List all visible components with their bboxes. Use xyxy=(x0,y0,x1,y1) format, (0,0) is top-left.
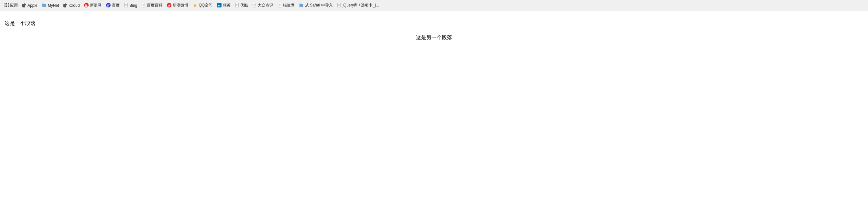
bookmark-baidu-label: 百度 xyxy=(112,3,120,8)
bookmark-jquery[interactable]: jQuery库 / 选项卡_j... xyxy=(335,2,381,9)
svg-text:博: 博 xyxy=(168,4,170,6)
bookmark-dianping-label: 大众点评 xyxy=(258,3,273,8)
bookmark-mynet-label: MyNet xyxy=(48,3,59,8)
bookmark-linkedin[interactable]: in 领英 xyxy=(215,2,232,9)
bookmark-qq-label: QQ空间 xyxy=(198,3,213,8)
svg-rect-5 xyxy=(8,4,9,5)
svg-rect-7 xyxy=(6,6,7,7)
bookmark-baidu[interactable]: 百 百度 xyxy=(104,2,122,9)
svg-rect-0 xyxy=(4,3,5,4)
bookmarks-bar: 应用 Apple MyNet iCloud xyxy=(0,0,868,11)
bookmark-apps[interactable]: 应用 xyxy=(3,2,20,9)
bookmark-mynet[interactable]: MyNet xyxy=(40,2,61,9)
apple-icon xyxy=(22,3,26,8)
bookmark-weibo[interactable]: 博 新浪微博 xyxy=(165,2,190,9)
apple-icloud-icon xyxy=(63,3,67,8)
svg-rect-30 xyxy=(253,3,256,7)
svg-text:in: in xyxy=(218,4,221,7)
svg-rect-2 xyxy=(8,3,9,4)
svg-rect-34 xyxy=(278,3,281,7)
doc-miaotu-icon xyxy=(278,3,282,8)
svg-text:微: 微 xyxy=(85,4,88,7)
paragraph-2: 这是另一个段落 xyxy=(416,34,452,41)
bookmark-youku[interactable]: 优酷 xyxy=(233,2,250,9)
bookmark-apps-label: 应用 xyxy=(10,3,18,8)
doc-dianping-icon xyxy=(253,3,256,8)
page-content: 这是一个段落 这是另一个段落 xyxy=(0,11,868,211)
svg-rect-26 xyxy=(236,3,238,7)
svg-rect-4 xyxy=(6,4,7,5)
doc-jquery-icon xyxy=(337,3,341,8)
svg-rect-17 xyxy=(142,3,145,7)
bookmark-miaotu-label: 猫途鹰 xyxy=(283,3,294,8)
bookmark-bing[interactable]: Bing xyxy=(122,2,139,9)
bookmark-miaotu[interactable]: 猫途鹰 xyxy=(276,2,297,9)
svg-rect-3 xyxy=(4,4,5,5)
doc-youku-icon xyxy=(235,3,239,8)
bookmark-icloud[interactable]: iCloud xyxy=(61,2,82,9)
svg-marker-23 xyxy=(193,3,197,7)
svg-rect-8 xyxy=(8,6,9,7)
bookmark-sina[interactable]: 微 新浪网 xyxy=(82,2,103,9)
svg-rect-13 xyxy=(125,3,127,7)
bookmark-bing-label: Bing xyxy=(129,3,137,8)
star-qq-icon xyxy=(193,3,197,8)
paragraph-1: 这是一个段落 xyxy=(4,20,36,27)
doc-baike-icon xyxy=(142,3,146,8)
bookmark-safari-import-label: 从 Safari 中导入 xyxy=(305,3,333,8)
bookmark-youku-label: 优酷 xyxy=(240,3,248,8)
doc-bing-icon xyxy=(124,3,128,8)
svg-rect-1 xyxy=(6,3,7,4)
svg-rect-6 xyxy=(4,6,5,7)
baidu-icon: 百 xyxy=(106,3,111,8)
svg-text:百: 百 xyxy=(107,4,110,7)
bookmark-linkedin-label: 领英 xyxy=(223,3,230,8)
linkedin-icon: in xyxy=(217,3,221,8)
bookmark-qq[interactable]: QQ空间 xyxy=(191,2,214,9)
bookmark-dianping[interactable]: 大众点评 xyxy=(251,2,275,9)
bookmark-jquery-label: jQuery库 / 选项卡_j... xyxy=(342,3,379,8)
folder-safari-icon xyxy=(299,3,304,8)
sina-icon: 微 xyxy=(84,3,89,8)
folder-mynet-icon xyxy=(42,3,46,8)
bookmark-baike[interactable]: 百度百科 xyxy=(140,2,164,9)
bookmark-apple-label: Apple xyxy=(28,3,37,8)
bookmark-baike-label: 百度百科 xyxy=(147,3,162,8)
apps-icon xyxy=(4,3,9,8)
bookmark-sina-label: 新浪网 xyxy=(90,3,101,8)
bookmark-icloud-label: iCloud xyxy=(68,3,80,8)
bookmark-weibo-label: 新浪微博 xyxy=(173,3,188,8)
weibo-icon: 博 xyxy=(167,3,172,8)
svg-rect-38 xyxy=(338,3,341,7)
bookmark-apple[interactable]: Apple xyxy=(20,2,39,9)
bookmark-safari-import[interactable]: 从 Safari 中导入 xyxy=(297,2,335,9)
